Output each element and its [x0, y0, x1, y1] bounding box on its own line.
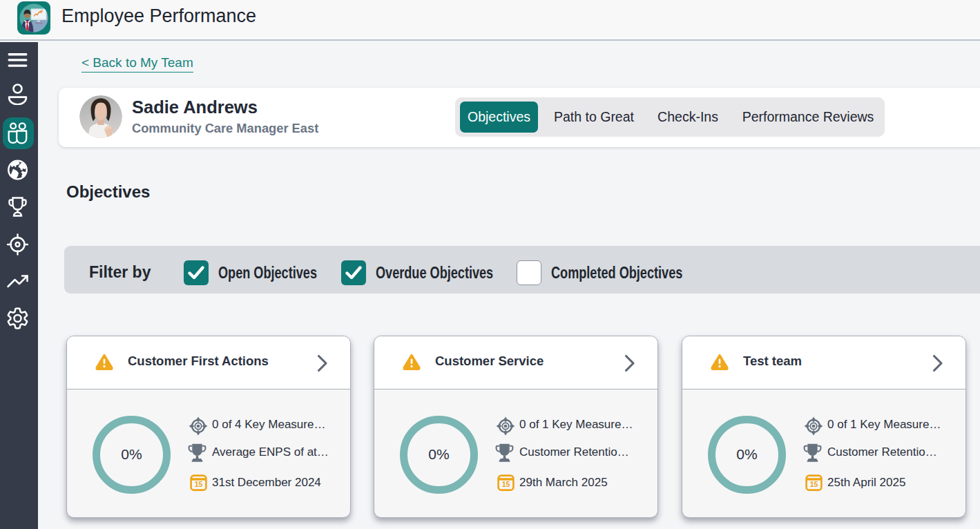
svg-text:15: 15: [810, 480, 818, 488]
svg-text:15: 15: [195, 480, 203, 488]
svg-text:15: 15: [502, 480, 510, 488]
